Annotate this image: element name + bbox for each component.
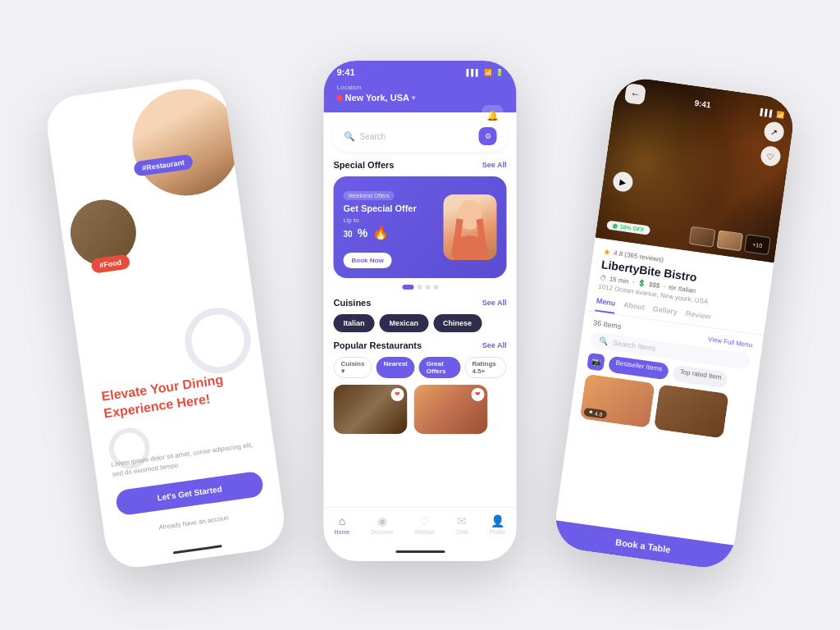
dot-1 <box>402 285 413 290</box>
special-offers-title: Special Offers <box>334 160 395 170</box>
nav-chat[interactable]: ✉ Chat <box>456 514 468 535</box>
content-area: Special Offers See All Weekend Offers Ge… <box>324 152 517 507</box>
offer-left: Weekend Offers Get Special Offer Up to 3… <box>344 186 417 268</box>
filter-button[interactable]: ⚙ <box>479 127 497 145</box>
wifi-icon: 📶 <box>484 69 492 76</box>
food-card-1[interactable]: ★ 4.8 <box>580 374 655 428</box>
home-nav-label: Home <box>335 529 350 535</box>
camera-icon: 📷 <box>591 357 600 366</box>
thumb-1[interactable] <box>689 226 716 248</box>
search-items-icon: 🔍 <box>598 336 608 345</box>
search-items-text: Search Items <box>612 339 656 353</box>
menu-count: 36 Items <box>592 318 622 331</box>
popular-restaurants-header: Popular Restaurants See All <box>334 340 507 350</box>
restaurant-img-1: ❤ <box>334 385 408 434</box>
person-svg <box>444 194 497 260</box>
restaurant-details: ★ 4.8 (365 reviews) LibertyBite Bistro ⏱… <box>569 238 774 449</box>
favorite-button[interactable]: ♡ <box>760 145 782 167</box>
view-full-menu[interactable]: View Full Menu <box>708 335 753 349</box>
food-star-icon: ★ <box>587 409 593 416</box>
tab-about[interactable]: About <box>622 300 645 317</box>
search-bar[interactable]: 🔍 Search ⚙ <box>334 121 507 152</box>
cuisine-mexican[interactable]: Mexican <box>380 314 429 332</box>
wishlist-nav-label: Wishlist <box>415 529 435 535</box>
heart-icon-2[interactable]: ❤ <box>472 388 485 401</box>
food-card-2[interactable] <box>654 384 729 438</box>
back-button[interactable]: ← <box>624 83 646 105</box>
cuisines-see-all[interactable]: See All <box>482 299 507 307</box>
status-icons: ▌▌▌ 📶 🔋 <box>466 69 503 76</box>
get-started-button[interactable]: Let's Get Started <box>115 471 265 517</box>
thumb-more[interactable]: +10 <box>744 234 771 255</box>
special-offer-card[interactable]: Weekend Offers Get Special Offer Up to 3… <box>334 176 507 278</box>
restaurant-cards: ❤ ❤ <box>334 385 507 434</box>
popular-see-all[interactable]: See All <box>482 341 507 349</box>
cuisine-icon: 🍽 <box>668 284 675 292</box>
book-table-button[interactable]: Book a Table <box>552 520 734 571</box>
battery-icon: 🔋 <box>495 69 504 76</box>
filter-top-rated[interactable]: Top rated Item <box>672 364 728 388</box>
phone-left: #Restaurant #Food Elevate Your Dining Ex… <box>43 75 289 572</box>
discount-text: 10% OFF <box>619 224 645 233</box>
filter-ratings[interactable]: Ratings 4.5+ <box>464 357 506 378</box>
dot-4 <box>433 285 438 290</box>
percent-sign: % <box>358 226 368 240</box>
offer-person-image <box>444 194 497 260</box>
filter-bestseller[interactable]: Bestseller Items <box>608 355 669 380</box>
heart-icon-1[interactable]: ❤ <box>391 388 404 401</box>
header: Location New York, USA ▾ 🔔 <box>324 80 517 112</box>
status-bar: 9:41 ▌▌▌ 📶 🔋 <box>324 61 517 80</box>
special-offers-see-all[interactable]: See All <box>482 161 507 169</box>
carousel-dots <box>334 285 507 290</box>
green-dot <box>612 223 618 229</box>
popular-title: Popular Restaurants <box>334 340 422 350</box>
filter-nearest[interactable]: Nearest <box>376 357 414 378</box>
discover-nav-label: Discover <box>371 529 393 535</box>
bottom-nav: ⌂ Home ◉ Discover ♡ Wishlist ✉ Chat 👤 Pr… <box>324 507 517 538</box>
cuisine-italian[interactable]: Italian <box>334 314 375 332</box>
profile-nav-label: Profile <box>490 529 506 535</box>
share-button[interactable]: ↗ <box>763 121 785 143</box>
signal-icon: ▌▌▌ <box>466 69 480 76</box>
hero-image: ← 9:41 ▌▌▌ 📶 ↗ ♡ ▶ +10 <box>596 75 797 263</box>
nav-profile[interactable]: 👤 Profile <box>490 514 506 535</box>
wishlist-nav-icon: ♡ <box>419 514 430 527</box>
filter-great-offers[interactable]: Great Offers <box>419 357 461 378</box>
restaurant-card-1[interactable]: ❤ <box>334 385 408 434</box>
headline: Elevate Your Dining Experience Here! <box>100 368 251 422</box>
search-input[interactable]: Search <box>360 132 474 141</box>
nav-wishlist[interactable]: ♡ Wishlist <box>415 514 435 535</box>
deco-circle-1 <box>180 304 254 377</box>
cuisine-chinese[interactable]: Chinese <box>433 314 482 332</box>
phone-right: ← 9:41 ▌▌▌ 📶 ↗ ♡ ▶ +10 <box>552 75 797 572</box>
special-offers-header: Special Offers See All <box>334 160 507 170</box>
location-dot <box>337 95 343 101</box>
discover-nav-icon: ◉ <box>377 514 387 527</box>
headline-text: Elevate Your Dining Experience Here! <box>100 368 251 422</box>
offer-upto: Up to <box>344 217 417 224</box>
dot-2 <box>417 285 422 290</box>
price-icon: 💲 <box>637 279 646 287</box>
chat-nav-label: Chat <box>456 529 468 535</box>
book-now-button[interactable]: Book Now <box>344 253 392 268</box>
scene: #Restaurant #Food Elevate Your Dining Ex… <box>51 36 789 594</box>
tab-menu[interactable]: Menu <box>595 297 616 314</box>
restaurant-card-2[interactable]: ❤ <box>414 385 488 434</box>
bell-button[interactable]: 🔔 <box>482 105 504 126</box>
search-icon: 🔍 <box>344 131 355 142</box>
filter-cuisins[interactable]: Cuisins ▾ <box>334 357 372 378</box>
nav-home[interactable]: ⌂ Home <box>335 514 350 535</box>
offer-percent: 30 % 🔥 <box>344 226 417 247</box>
food-rating-chip: ★ 4.8 <box>583 408 607 419</box>
location-value: New York, USA ▾ <box>337 93 504 103</box>
location-label: Location <box>337 84 504 91</box>
home-indicator <box>173 545 222 554</box>
nav-discover[interactable]: ◉ Discover <box>371 514 393 535</box>
cuisines-title: Cuisines <box>334 298 372 308</box>
thumb-2[interactable] <box>716 230 743 251</box>
profile-nav-icon: 👤 <box>491 514 504 527</box>
offer-title: Get Special Offer <box>344 203 417 214</box>
menu-section: 36 Items View Full Menu 🔍 Search Items 📷… <box>579 312 754 447</box>
center-home-indicator <box>324 538 517 561</box>
filter-tab-cam[interactable]: 📷 <box>587 353 605 372</box>
